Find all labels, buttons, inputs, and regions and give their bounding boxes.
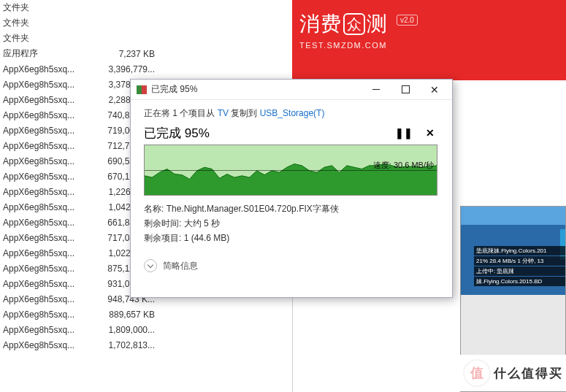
brand-version: v2.0: [397, 15, 418, 26]
close-button[interactable]: ✕: [420, 80, 449, 99]
file-name: AppX6eg8h5sxq...: [0, 248, 93, 258]
file-row[interactable]: 文件夹: [0, 0, 292, 15]
file-name: AppX6eg8h5sxq...: [0, 218, 93, 228]
file-name: AppX6eg8h5sxq...: [0, 95, 93, 105]
file-name: 文件夹: [0, 32, 93, 45]
file-name: AppX6eg8h5sxq...: [0, 310, 93, 320]
file-name: AppX6eg8h5sxq...: [0, 110, 93, 120]
brand-subtitle: TEST.SMZDM.COM: [299, 41, 559, 50]
speed-chart: 速度: 30.6 MB/秒: [144, 145, 437, 196]
source-link[interactable]: TV: [218, 108, 229, 118]
minimize-button[interactable]: [362, 80, 391, 99]
brand-badge: 众: [343, 13, 365, 35]
file-size: 7,237 KB: [93, 49, 159, 59]
brand-title: 消费 众 测: [299, 10, 388, 38]
file-row[interactable]: AppX6eg8h5sxq...1,702,813...: [0, 337, 292, 353]
simple-info-toggle[interactable]: 简略信息: [144, 259, 439, 272]
copy-icon: [137, 85, 147, 94]
brand-right: 测: [367, 10, 388, 38]
upload-line: 垫底辣妹.Flying.Colors.201: [474, 246, 565, 255]
file-row[interactable]: AppX6eg8h5sxq...3,396,779...: [0, 61, 292, 77]
file-name: AppX6eg8h5sxq...: [0, 202, 93, 212]
file-row[interactable]: 文件夹: [0, 15, 292, 31]
file-name: AppX6eg8h5sxq...: [0, 264, 93, 274]
titlebar[interactable]: 已完成 95% ✕: [131, 80, 452, 100]
name-label: 名称:: [144, 204, 167, 214]
remain-time-label: 剩余时间:: [144, 218, 184, 228]
file-row[interactable]: AppX6eg8h5sxq...889,657 KB: [0, 307, 292, 322]
cancel-button[interactable]: ✕: [421, 124, 439, 142]
file-name: AppX6eg8h5sxq...: [0, 187, 93, 197]
file-name: AppX6eg8h5sxq...: [0, 233, 93, 243]
file-name: 文件夹: [0, 17, 93, 29]
file-name: 应用程序: [0, 47, 93, 60]
file-size: 1,809,000...: [93, 325, 159, 335]
remain-time-value: 大约 5 秒: [184, 218, 220, 228]
file-name: AppX6eg8h5sxq...: [0, 141, 93, 151]
copy-dialog: 已完成 95% ✕ 正在将 1 个项目从 TV 复制到 USB_Storage(…: [130, 79, 453, 298]
bottom-brand: 值 什么值得买: [460, 355, 566, 391]
copy-mid: 复制到: [229, 108, 260, 118]
upload-status: 垫底辣妹.Flying.Colors.201 21% 28.4 MB/s 1 分…: [474, 246, 565, 287]
brand-coin-icon: 值: [463, 359, 491, 387]
file-name-row: 名称: The.Night.Manager.S01E04.720p.FIX字幕侠: [144, 203, 439, 215]
remain-items-row: 剩余项目: 1 (44.6 MB): [144, 232, 439, 245]
file-size: 1,702,813...: [93, 340, 159, 350]
copy-prefix: 正在将 1 个项目从: [144, 108, 218, 118]
file-name: AppX6eg8h5sxq...: [0, 325, 93, 335]
simple-info-label: 简略信息: [163, 260, 198, 272]
file-name: AppX6eg8h5sxq...: [0, 172, 93, 182]
file-name: AppX6eg8h5sxq...: [0, 294, 93, 304]
progress-text: 已完成 95%: [144, 125, 386, 142]
file-size: 3,396,779...: [93, 64, 159, 74]
file-row[interactable]: AppX6eg8h5sxq...1,809,000...: [0, 322, 292, 337]
file-row[interactable]: 文件夹: [0, 31, 292, 46]
file-row[interactable]: 应用程序7,237 KB: [0, 46, 292, 61]
upload-line: 妹.Flying.Colors.2015.BD: [474, 277, 565, 286]
maximize-button[interactable]: [391, 80, 420, 99]
upload-line: 上传中: 垫底辣: [474, 266, 565, 276]
pause-button[interactable]: ❚❚: [395, 124, 413, 142]
chevron-down-icon: [144, 259, 157, 272]
copy-description: 正在将 1 个项目从 TV 复制到 USB_Storage(T): [144, 107, 439, 120]
dialog-body: 正在将 1 个项目从 TV 复制到 USB_Storage(T) 已完成 95%…: [131, 100, 452, 280]
file-name: AppX6eg8h5sxq...: [0, 340, 93, 350]
dest-link[interactable]: USB_Storage(T): [260, 108, 325, 118]
brand-text: 什么值得买: [494, 365, 563, 382]
window-title: 已完成 95%: [151, 83, 362, 96]
upload-line: 21% 28.4 MB/s 1 分钟, 13: [474, 256, 565, 266]
file-name: AppX6eg8h5sxq...: [0, 80, 93, 90]
remain-items-value: 1 (44.6 MB): [184, 233, 230, 243]
file-name: AppX6eg8h5sxq...: [0, 279, 93, 289]
file-name: AppX6eg8h5sxq...: [0, 64, 93, 74]
remain-time-row: 剩余时间: 大约 5 秒: [144, 218, 439, 230]
name-value: The.Night.Manager.S01E04.720p.FIX字幕侠: [167, 204, 339, 214]
speed-label: 速度: 30.6 MB/秒: [373, 160, 434, 171]
file-name: 文件夹: [0, 1, 93, 14]
file-name: AppX6eg8h5sxq...: [0, 156, 93, 166]
brand-banner: 消费 众 测 v2.0 TEST.SMZDM.COM: [292, 0, 566, 80]
file-name: AppX6eg8h5sxq...: [0, 126, 93, 136]
remain-items-label: 剩余项目:: [144, 233, 184, 243]
brand-left: 消费: [299, 10, 342, 38]
file-size: 889,657 KB: [93, 310, 159, 320]
